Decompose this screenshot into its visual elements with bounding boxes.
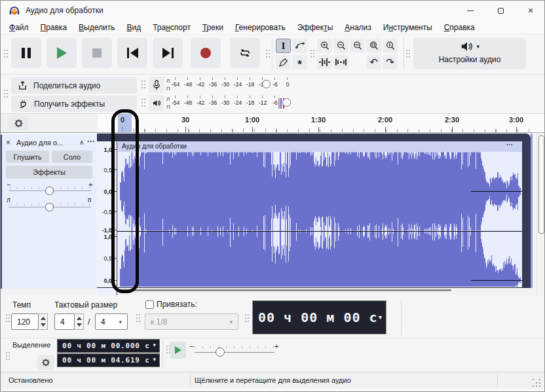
selection-end-field[interactable]: 00 ч 00 м 04.619 с ▾ <box>57 353 160 367</box>
timesig-spinner[interactable] <box>75 313 84 330</box>
vertical-scrollbar[interactable] <box>536 133 545 295</box>
vertical-scrollbar-thumb[interactable] <box>538 135 544 234</box>
timeline-ruler[interactable]: 0 30 1:00 1:30 2:00 2:30 3:00 <box>1 114 544 133</box>
tempo-spinner[interactable] <box>39 313 48 330</box>
close-button[interactable]: × <box>516 1 545 20</box>
record-icon <box>200 48 211 58</box>
chevron-down-icon: ▾ <box>119 319 122 325</box>
pause-button[interactable] <box>11 38 41 68</box>
draw-tool-button[interactable] <box>276 55 291 69</box>
speed-slider-track[interactable] <box>195 352 274 353</box>
menu-analyze[interactable]: Анализ <box>339 22 377 33</box>
track-collapse-icon[interactable]: ∧ <box>79 139 84 146</box>
selection-start-value: 00 ч 00 м 00.000 с <box>62 340 150 352</box>
resize-grip[interactable] <box>533 379 542 388</box>
menu-edit[interactable]: Правка <box>35 22 73 33</box>
audio-setup-grip[interactable] <box>405 49 411 58</box>
timesig-toolbar-grip[interactable] <box>5 313 10 323</box>
maximize-button[interactable] <box>485 1 516 20</box>
menu-help[interactable]: Справка <box>438 22 481 33</box>
zoom-fit-button[interactable] <box>366 39 381 53</box>
speaker-icon <box>460 41 474 52</box>
snap-toolbar-grip[interactable] <box>136 313 141 323</box>
menu-generate[interactable]: Генерировать <box>229 22 291 33</box>
transport-toolbar-grip[interactable] <box>3 49 9 58</box>
timeline-options-button[interactable] <box>9 116 28 130</box>
redo-button[interactable]: ↷ <box>383 55 398 69</box>
multi-tool-button[interactable]: * <box>292 55 307 69</box>
envelope-tool-button[interactable] <box>292 39 307 53</box>
menu-select[interactable]: Выделить <box>73 22 121 33</box>
silence-audio-button[interactable] <box>333 55 348 69</box>
clip-right-accent <box>531 134 533 288</box>
zoom-out-button[interactable] <box>333 39 348 53</box>
tools-toolbar-grip[interactable] <box>265 49 271 58</box>
share-toolbar-grip[interactable] <box>3 89 9 98</box>
zoom-toggle-button[interactable] <box>383 39 398 53</box>
clip-bottom-border <box>97 287 531 288</box>
selection-toolbar-grip[interactable] <box>5 351 10 361</box>
undo-button[interactable]: ↶ <box>366 55 381 69</box>
track-title[interactable]: Аудио для о... <box>16 139 63 147</box>
play-meter-red-stripe <box>278 98 280 109</box>
vruler-value: 1,0 <box>96 147 112 153</box>
gain-slider-thumb[interactable] <box>45 187 54 195</box>
record-meter-mic-button[interactable] <box>149 77 164 93</box>
menu-effects[interactable]: Эффекты <box>291 22 339 33</box>
selection-tool-button[interactable]: I <box>276 39 291 53</box>
snap-select[interactable]: к 1/8 ▾ <box>145 313 238 330</box>
loop-button[interactable] <box>230 38 260 68</box>
stop-button[interactable] <box>82 38 112 68</box>
menu-tools[interactable]: Инструменты <box>377 22 438 33</box>
snap-checkbox[interactable] <box>145 300 154 309</box>
share-audio-button[interactable]: Поделиться аудио <box>11 77 137 94</box>
play-meter-speaker-button[interactable] <box>149 95 164 111</box>
play-button[interactable] <box>47 38 77 68</box>
selection-options-button[interactable] <box>37 355 54 370</box>
get-effects-button[interactable]: Получить эффекты <box>11 96 137 112</box>
play-meter-grip[interactable] <box>141 98 146 107</box>
selection-start-field[interactable]: 00 ч 00 м 00.000 с ▾ <box>57 339 160 353</box>
clip-right-edge[interactable] <box>522 134 531 288</box>
trim-audio-button[interactable] <box>317 55 332 69</box>
zoom-in-button[interactable] <box>317 39 332 53</box>
horizontal-scrollbar-thumb[interactable] <box>119 289 451 291</box>
track-menu-icon[interactable]: ··· <box>87 137 95 146</box>
menu-transport[interactable]: Транспорт <box>147 22 197 33</box>
speed-slider-thumb[interactable] <box>216 347 225 357</box>
timesig-upper-input[interactable]: 4 <box>54 313 75 330</box>
track-close-icon[interactable]: × <box>6 138 10 147</box>
effects-button[interactable]: Эффекты <box>6 166 92 179</box>
minimize-button[interactable] <box>455 1 485 20</box>
menu-view[interactable]: Вид <box>121 22 147 33</box>
menu-tracks[interactable]: Треки <box>197 22 229 33</box>
skip-to-start-button[interactable] <box>117 38 147 68</box>
gear-icon <box>41 358 50 367</box>
solo-button[interactable]: Соло <box>52 151 92 163</box>
audio-position-display[interactable]: 00 ч 00 м 00 с ▾ <box>252 300 386 334</box>
clip-header[interactable]: Аудио для обработки ··· <box>117 141 522 152</box>
vertical-scale-ruler[interactable] <box>97 141 117 295</box>
audio-setup-button[interactable]: ▾ Настройки аудио <box>413 38 526 69</box>
selection-label: Выделение <box>12 341 50 349</box>
play-icon <box>57 47 67 59</box>
toolbar-row-divider <box>1 338 544 338</box>
record-meter-grip[interactable] <box>141 80 146 89</box>
record-volume-slider[interactable] <box>262 80 271 88</box>
timesig-lower-select[interactable]: 4 ▾ <box>95 313 128 330</box>
menu-file[interactable]: Файл <box>3 22 35 33</box>
record-button[interactable] <box>191 38 221 68</box>
clip-menu-icon[interactable]: ··· <box>506 140 513 151</box>
play-volume-slider[interactable] <box>282 98 291 107</box>
skip-to-end-button[interactable] <box>153 38 183 68</box>
mute-button[interactable]: Глушить <box>6 151 49 163</box>
waveform-canvas[interactable] <box>117 152 522 287</box>
edit-toolbar-grip[interactable] <box>310 49 315 58</box>
zoom-selection-button[interactable] <box>350 39 365 53</box>
time-toolbar-grip[interactable] <box>244 313 250 323</box>
pan-slider-thumb[interactable] <box>45 203 54 211</box>
vruler-value: -1,0 <box>96 227 112 234</box>
chevron-down-icon: ▾ <box>379 313 382 321</box>
tempo-input[interactable]: 120 <box>11 313 39 330</box>
play-at-speed-button[interactable] <box>170 342 186 359</box>
